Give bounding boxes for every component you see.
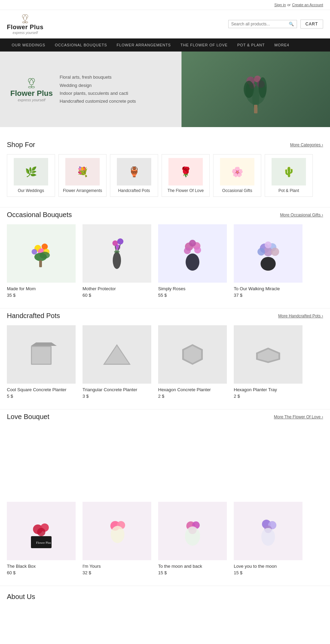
product-square-planter[interactable]: Cool Square Concrete Planter 5 $ bbox=[7, 325, 76, 399]
product-moon-back[interactable]: To the moon and back 15 $ bbox=[158, 502, 227, 575]
shop-for-section: Shop For More Categories › 🌿 Our Wedding… bbox=[0, 137, 330, 207]
cart-button[interactable]: CART bbox=[300, 20, 323, 29]
svg-point-34 bbox=[261, 257, 276, 271]
pot-svg-3 bbox=[177, 341, 208, 368]
svg-point-57 bbox=[111, 526, 124, 543]
love-bouquet-spacer bbox=[7, 426, 323, 502]
product-hexagon-planter[interactable]: Hexagon Concrete Planter 2 $ bbox=[158, 325, 227, 399]
category-card-flower-love[interactable]: 🌹 The Flower Of Love bbox=[162, 154, 210, 197]
nav-flower-arrangements[interactable]: FLOWER ARRANGEMENTS bbox=[112, 38, 176, 52]
product-hexagon-tray[interactable]: Hexagon Planter Tray 2 $ bbox=[234, 325, 302, 399]
svg-point-1 bbox=[25, 22, 28, 23]
product-mother-protector[interactable]: Mother Protector 60 $ bbox=[82, 224, 151, 298]
nav-flower-of-love[interactable]: THE FLOWER OF LOVE bbox=[176, 38, 232, 52]
product-walking-miracle[interactable]: To Our Walking Miracle 37 $ bbox=[234, 224, 302, 298]
category-name-weddings: Our Weddings bbox=[18, 188, 44, 193]
hero-left: Flower Plus express yourself Floral arts… bbox=[0, 66, 182, 112]
product-name-mother-protector: Mother Protector bbox=[82, 286, 151, 291]
more-flower-love-link[interactable]: More The Flower Of Love › bbox=[274, 415, 323, 419]
signin-link[interactable]: Sign in bbox=[274, 3, 286, 7]
product-name-square-planter: Cool Square Concrete Planter bbox=[7, 387, 76, 392]
category-card-occasional[interactable]: 🌸 Occasional Gifts bbox=[213, 154, 261, 197]
hero-image bbox=[182, 52, 330, 127]
hero-flower-image bbox=[182, 52, 330, 127]
product-image-walking-miracle bbox=[234, 224, 302, 283]
create-account-link[interactable]: Create an Account bbox=[292, 3, 323, 7]
occasional-bouquets-title: Occasional Bouquets bbox=[7, 211, 72, 219]
product-price-simply-roses: 55 $ bbox=[158, 293, 227, 298]
love-svg-2 bbox=[103, 512, 131, 550]
handcrafted-pots-title: Handcrafted Pots bbox=[7, 312, 60, 320]
product-black-box[interactable]: Flower Plus The Black Box 60 $ bbox=[7, 502, 76, 575]
occasional-bouquets-section: Occasional Bouquets More Occasional Gift… bbox=[0, 207, 330, 308]
nav-occasional-bouquets[interactable]: OCCASIONAL BOUQUETS bbox=[50, 38, 112, 52]
nav-pot-plant[interactable]: POT & PLANT bbox=[232, 38, 270, 52]
svg-point-23 bbox=[117, 238, 123, 245]
category-image-weddings: 🌿 bbox=[14, 158, 48, 185]
product-image-made-for-mom bbox=[7, 224, 76, 283]
product-price-walking-miracle: 37 $ bbox=[234, 293, 302, 298]
category-image-flower-love: 🌹 bbox=[168, 158, 203, 185]
category-name-flower-love: The Flower Of Love bbox=[167, 188, 204, 193]
product-price-im-yours: 32 $ bbox=[82, 570, 151, 575]
about-us-title: About Us bbox=[7, 593, 323, 601]
love-svg-4 bbox=[254, 512, 282, 550]
more-occasional-link[interactable]: More Occasional Gifts › bbox=[280, 213, 323, 217]
occasional-product-grid: Made for Mom 35 $ Mother Protector 60 $ bbox=[7, 224, 323, 298]
shop-for-header: Shop For More Categories › bbox=[7, 141, 323, 149]
product-image-love-moon bbox=[234, 502, 302, 560]
nav-more[interactable]: MORE4 bbox=[270, 38, 294, 52]
product-love-moon[interactable]: Love you to the moon 15 $ bbox=[234, 502, 302, 575]
svg-rect-42 bbox=[32, 347, 51, 364]
category-card-arrangements[interactable]: 💐 Flower Arrangements bbox=[58, 154, 107, 197]
category-card-pot-plant[interactable]: 🌵 Pot & Plant bbox=[265, 154, 313, 197]
product-name-made-for-mom: Made for Mom bbox=[7, 286, 76, 291]
pot-svg-2 bbox=[101, 341, 132, 368]
product-image-moon-back bbox=[158, 502, 227, 560]
product-made-for-mom[interactable]: Made for Mom 35 $ bbox=[7, 224, 76, 298]
product-image-black-box: Flower Plus bbox=[7, 502, 76, 560]
search-input[interactable] bbox=[231, 22, 289, 26]
product-price-moon-back: 15 $ bbox=[158, 570, 227, 575]
product-name-im-yours: I'm Yours bbox=[82, 564, 151, 569]
product-triangular-planter[interactable]: Triangular Concrete Planter 3 $ bbox=[82, 325, 151, 399]
category-card-weddings[interactable]: 🌿 Our Weddings bbox=[7, 154, 55, 197]
product-price-square-planter: 5 $ bbox=[7, 394, 76, 399]
svg-point-27 bbox=[114, 250, 120, 253]
navigation: OUR WEDDINGS OCCASIONAL BOUQUETS FLOWER … bbox=[0, 38, 330, 52]
product-simply-roses[interactable]: Simply Roses 55 $ bbox=[158, 224, 227, 298]
product-image-im-yours bbox=[82, 502, 151, 560]
logo-icon bbox=[18, 13, 32, 24]
hero-logo-name: Flower Plus bbox=[10, 89, 53, 98]
bouquet-svg-4 bbox=[254, 233, 282, 274]
svg-point-0 bbox=[22, 22, 25, 23]
svg-rect-12 bbox=[254, 105, 257, 113]
category-image-pots: 🏺 bbox=[117, 158, 151, 185]
hero-banner: Flower Plus express yourself Floral arts… bbox=[0, 52, 330, 127]
product-im-yours[interactable]: I'm Yours 32 $ bbox=[82, 502, 151, 575]
product-price-love-moon: 15 $ bbox=[234, 570, 302, 575]
product-image-simply-roses bbox=[158, 224, 227, 283]
top-bar: Sign in or Create an Account bbox=[0, 0, 330, 10]
svg-point-61 bbox=[185, 527, 200, 546]
nav-our-weddings[interactable]: OUR WEDDINGS bbox=[7, 38, 50, 52]
product-price-made-for-mom: 35 $ bbox=[7, 293, 76, 298]
search-box[interactable]: 🔍 bbox=[228, 20, 297, 28]
more-categories-link[interactable]: More Categories › bbox=[290, 143, 323, 147]
product-price-triangular-planter: 3 $ bbox=[82, 394, 151, 399]
category-name-pot-plant: Pot & Plant bbox=[278, 188, 299, 193]
svg-point-38 bbox=[257, 248, 265, 256]
more-pots-link[interactable]: More Handcrafted Pots › bbox=[278, 314, 323, 318]
svg-point-16 bbox=[32, 249, 37, 255]
handcrafted-pots-header: Handcrafted Pots More Handcrafted Pots › bbox=[7, 312, 323, 320]
svg-marker-43 bbox=[31, 342, 57, 346]
product-name-hexagon-planter: Hexagon Concrete Planter bbox=[158, 387, 227, 392]
product-name-simply-roses: Simply Roses bbox=[158, 286, 227, 291]
svg-point-32 bbox=[184, 247, 191, 254]
product-image-square-planter bbox=[7, 325, 76, 384]
product-image-mother-protector bbox=[82, 224, 151, 283]
product-name-moon-back: To the moon and back bbox=[158, 564, 227, 569]
logo[interactable]: Flower Plus express yourself bbox=[7, 13, 44, 35]
category-card-pots[interactable]: 🏺 Handcrafted Pots bbox=[110, 154, 158, 197]
hero-logo-tagline: express yourself bbox=[18, 98, 45, 102]
